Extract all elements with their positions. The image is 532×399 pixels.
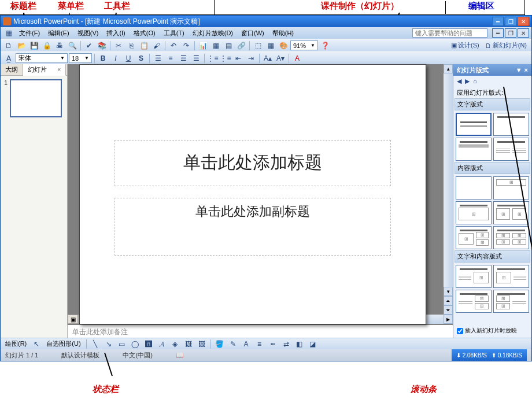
align-justify-button[interactable]: ☰ <box>190 53 202 64</box>
layout-title-2col-text[interactable] <box>493 138 529 161</box>
paste-button[interactable]: 📋 <box>138 40 150 51</box>
align-right-button[interactable]: ☰ <box>178 53 189 64</box>
decrease-indent-button[interactable]: ⇤ <box>232 53 244 64</box>
picture-button[interactable]: 🖼 <box>196 339 208 349</box>
thumbnail-item[interactable]: 1 <box>4 79 64 117</box>
menu-insert[interactable]: 插入(I) <box>103 28 128 39</box>
spell-button[interactable]: ✔ <box>83 40 95 51</box>
open-button[interactable]: 📂 <box>16 40 27 51</box>
task-fwd-icon[interactable]: ▶ <box>465 77 470 85</box>
subtitle-placeholder[interactable]: 单击此处添加副标题 <box>114 198 391 256</box>
bullets-button[interactable]: ⋮≡ <box>220 53 231 64</box>
slide-canvas-area[interactable]: 单击此处添加标题 单击此处添加副标题 <box>68 64 444 315</box>
minimize-button[interactable]: ━ <box>492 17 504 26</box>
numbering-button[interactable]: ⋮≡ <box>207 53 219 64</box>
format-painter-button[interactable]: 🖌 <box>151 40 162 51</box>
font-color-button[interactable]: A <box>291 53 303 64</box>
increase-font-button[interactable]: A▴ <box>262 53 274 64</box>
doc-minimize-button[interactable]: ━ <box>492 28 504 38</box>
print-button[interactable]: 🖶 <box>54 40 65 51</box>
doc-close-button[interactable]: ✕ <box>518 28 529 38</box>
prev-slide-button[interactable]: ⏶ <box>444 296 453 305</box>
textbox-button[interactable]: 🅰 <box>143 339 154 349</box>
research-button[interactable]: 📚 <box>96 40 108 51</box>
arrow-style-button[interactable]: ⇄ <box>280 339 292 349</box>
font-size-combo[interactable]: 18▼ <box>69 53 92 63</box>
scroll-down-button[interactable]: ▼ <box>444 287 453 296</box>
layout-title-4content[interactable]: ⊞⊞⊞⊞ <box>493 226 529 249</box>
layout-title-3content[interactable]: ⊞⊞⊞ <box>456 226 492 249</box>
normal-view-button[interactable]: ▣ <box>68 315 78 324</box>
autoshapes-menu[interactable]: 自选图形(U) <box>44 339 83 348</box>
maximize-button[interactable]: ❐ <box>505 17 516 26</box>
redo-button[interactable]: ↷ <box>180 40 192 51</box>
font-combo[interactable]: 宋体▼ <box>16 53 68 63</box>
menu-tools[interactable]: 工具(T) <box>160 28 188 39</box>
scroll-right-button[interactable]: ▶ <box>444 315 453 324</box>
cut-button[interactable]: ✂ <box>113 40 124 51</box>
fill-color-button[interactable]: 🪣 <box>214 339 226 349</box>
preview-button[interactable]: 🔍 <box>66 40 78 51</box>
save-button[interactable]: 💾 <box>28 40 40 51</box>
clipart-button[interactable]: 🖼 <box>183 339 194 349</box>
layout-title-content[interactable]: ⊞ <box>456 201 492 224</box>
layout-content[interactable]: ⊞ <box>493 176 529 200</box>
task-pane-menu-icon[interactable]: ▼ <box>516 66 522 73</box>
layout-text-content-2[interactable]: ⊞ <box>493 265 529 288</box>
line-style-button[interactable]: ≡ <box>254 339 265 349</box>
task-back-icon[interactable]: ◀ <box>457 77 461 85</box>
3d-style-button[interactable]: ◪ <box>307 339 319 349</box>
scroll-track[interactable] <box>444 73 453 287</box>
grid-button[interactable]: ▦ <box>265 40 276 51</box>
expand-button[interactable]: ⬚ <box>252 40 264 51</box>
shadow-button[interactable]: S <box>135 53 147 64</box>
vertical-scrollbar[interactable]: ▲ ▼ ⏶ ⏷ <box>444 64 453 315</box>
title-placeholder[interactable]: 单击此处添加标题 <box>114 140 391 186</box>
draw-menu[interactable]: 绘图(R) <box>3 339 29 348</box>
tab-outline[interactable]: 大纲 <box>1 64 23 75</box>
design-button[interactable]: ▣ 设计(S) <box>449 41 482 50</box>
scroll-up-button[interactable]: ▲ <box>444 64 453 73</box>
menu-slideshow[interactable]: 幻灯片放映(D) <box>189 28 237 39</box>
menu-edit[interactable]: 编辑(E) <box>45 28 73 39</box>
help-search-input[interactable] <box>412 28 487 38</box>
zoom-combo[interactable]: 91%▼ <box>290 40 318 50</box>
shadow-style-button[interactable]: ◧ <box>294 339 305 349</box>
menu-help[interactable]: 帮助(H) <box>269 28 297 39</box>
task-home-icon[interactable]: ⌂ <box>473 77 477 84</box>
slide-thumbnail[interactable] <box>10 79 62 117</box>
font-color-button-2[interactable]: A <box>241 339 252 349</box>
notes-pane[interactable]: 单击此处添加备注 <box>68 324 453 338</box>
help-button[interactable]: ❓ <box>319 40 331 51</box>
increase-indent-button[interactable]: ⇥ <box>245 53 257 64</box>
rectangle-button[interactable]: ▭ <box>116 339 128 349</box>
layout-text-content-3[interactable]: ⊞⊞ <box>456 290 492 313</box>
color-button[interactable]: 🎨 <box>278 40 289 51</box>
align-left-button[interactable]: ☰ <box>152 53 164 64</box>
close-panel-icon[interactable]: × <box>57 66 61 73</box>
chart-button[interactable]: 📊 <box>197 40 209 51</box>
line-color-button[interactable]: ✎ <box>227 339 239 349</box>
align-center-button[interactable]: ≡ <box>165 53 176 64</box>
close-button[interactable]: ✕ <box>518 17 529 26</box>
slide[interactable]: 单击此处添加标题 单击此处添加副标题 <box>79 64 426 324</box>
menu-file[interactable]: 文件(F) <box>16 28 43 39</box>
outline-btn1[interactable]: A̲ <box>3 53 14 64</box>
doc-restore-button[interactable]: ❐ <box>505 28 516 38</box>
next-slide-button[interactable]: ⏷ <box>444 305 453 315</box>
show-on-insert-checkbox[interactable]: 插入新幻灯片时放映 <box>455 325 530 337</box>
tables-borders-button[interactable]: ▤ <box>223 40 234 51</box>
table-button[interactable]: ▦ <box>210 40 221 51</box>
copy-button[interactable]: ⎘ <box>125 40 137 51</box>
layout-text-content-1[interactable]: ⊞ <box>456 265 492 288</box>
new-button[interactable]: 🗋 <box>3 40 14 51</box>
decrease-font-button[interactable]: A▾ <box>275 53 286 64</box>
new-slide-button[interactable]: 🗋 新幻灯片(N) <box>483 41 529 50</box>
underline-button[interactable]: U <box>123 53 134 64</box>
select-button[interactable]: ↖ <box>31 339 42 349</box>
oval-button[interactable]: ◯ <box>130 339 141 349</box>
italic-button[interactable]: I <box>110 53 121 64</box>
task-pane-close-icon[interactable]: × <box>524 66 528 73</box>
wordart-button[interactable]: 𝓐 <box>156 339 168 349</box>
tab-slides[interactable]: 幻灯片× <box>23 64 66 76</box>
